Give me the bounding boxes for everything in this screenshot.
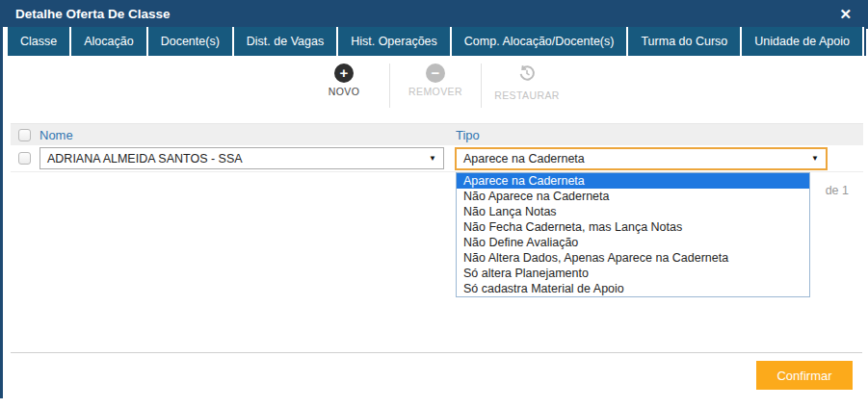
tab-comp-alocacao-docentes[interactable]: Comp. Alocação/Docente(s) <box>452 27 627 56</box>
dropdown-option[interactable]: Aparece na Caderneta <box>457 173 809 189</box>
table-row: ADRIANA ALMEIDA SANTOS - SSA ▼ Aparece n… <box>11 145 863 172</box>
confirmar-button[interactable]: Confirmar <box>756 361 853 390</box>
dropdown-option[interactable]: Não Lança Notas <box>457 204 809 219</box>
novo-button[interactable]: + NOVO <box>302 62 386 114</box>
tab-unidade-de-apoio[interactable]: Unidade de Apoio <box>742 27 862 56</box>
restaurar-label: RESTAURAR <box>485 89 569 101</box>
select-all-checkbox[interactable] <box>18 129 31 141</box>
restore-history-icon <box>517 64 537 83</box>
dropdown-option[interactable]: Só altera Planejamento <box>457 266 809 281</box>
dropdown-option[interactable]: Não Aparece na Caderneta <box>457 189 809 204</box>
close-icon[interactable]: ✕ <box>835 7 855 21</box>
tab-turma-do-curso[interactable]: Turma do Curso <box>628 27 740 56</box>
modal-title: Detalhe Oferta De Classe <box>15 7 171 21</box>
tipo-select-value: Aparece na Caderneta <box>463 152 585 166</box>
tab-classe[interactable]: Classe <box>8 27 69 56</box>
grid-toolbar: + NOVO − REMOVER RESTAURAR <box>3 56 868 114</box>
chevron-down-icon: ▼ <box>811 154 819 163</box>
tipo-dropdown-list: Aparece na Caderneta Não Aparece na Cade… <box>456 172 810 297</box>
grid-header-row: Nome Tipo <box>11 123 863 145</box>
tab-label: Classe <box>20 35 57 48</box>
toolbar-divider <box>481 64 482 108</box>
tutors-grid: Nome Tipo ADRIANA ALMEIDA SANTOS - SSA ▼… <box>11 123 863 172</box>
dropdown-option[interactable]: Não Fecha Caderneta, mas Lança Notas <box>457 219 809 235</box>
tab-label: Docente(s) <box>161 35 220 48</box>
tab-dist-de-vagas[interactable]: Dist. de Vagas <box>234 27 336 56</box>
modal-titlebar: Detalhe Oferta De Classe ✕ <box>3 0 868 27</box>
tab-label: Unidade de Apoio <box>754 35 850 48</box>
tab-alocacao[interactable]: Alocação <box>71 27 145 56</box>
tab-label: Hist. Operações <box>351 35 437 48</box>
column-header-nome: Nome <box>39 128 73 142</box>
nome-select-value: ADRIANA ALMEIDA SANTOS - SSA <box>47 152 243 166</box>
tab-docentes[interactable]: Docente(s) <box>148 27 232 56</box>
nome-select[interactable]: ADRIANA ALMEIDA SANTOS - SSA ▼ <box>39 147 444 169</box>
remover-label: REMOVER <box>393 86 478 97</box>
tab-label: Comp. Alocação/Docente(s) <box>464 35 615 48</box>
tab-label: Turma do Curso <box>641 35 727 48</box>
novo-label: NOVO <box>302 86 386 97</box>
pagination-text: de 1 <box>826 184 849 197</box>
minus-circle-icon: − <box>426 64 445 83</box>
tab-label: Alocação <box>84 35 133 48</box>
tab-label: Dist. de Vagas <box>247 35 324 48</box>
restaurar-button[interactable]: RESTAURAR <box>485 62 569 114</box>
tab-hist-operacoes[interactable]: Hist. Operações <box>338 27 450 56</box>
tab-bar: Classe Alocação Docente(s) Dist. de Vaga… <box>3 27 868 56</box>
tipo-select[interactable]: Aparece na Caderneta ▼ <box>455 147 828 170</box>
dropdown-option[interactable]: Não Altera Dados, Apenas Aparece na Cade… <box>457 250 809 266</box>
chevron-down-icon: ▼ <box>429 154 436 163</box>
footer-divider <box>11 352 862 353</box>
remover-button[interactable]: − REMOVER <box>393 62 478 114</box>
dropdown-option[interactable]: Só cadastra Material de Apoio <box>457 281 809 296</box>
column-header-tipo: Tipo <box>456 128 480 142</box>
plus-circle-icon: + <box>334 64 354 83</box>
dropdown-option[interactable]: Não Define Avaliação <box>457 235 809 250</box>
toolbar-divider <box>389 64 390 108</box>
row-checkbox[interactable] <box>18 152 31 165</box>
tab-tutores[interactable]: Tutor(es) <box>864 27 868 56</box>
detail-modal: Detalhe Oferta De Classe ✕ Classe Alocaç… <box>0 0 868 398</box>
